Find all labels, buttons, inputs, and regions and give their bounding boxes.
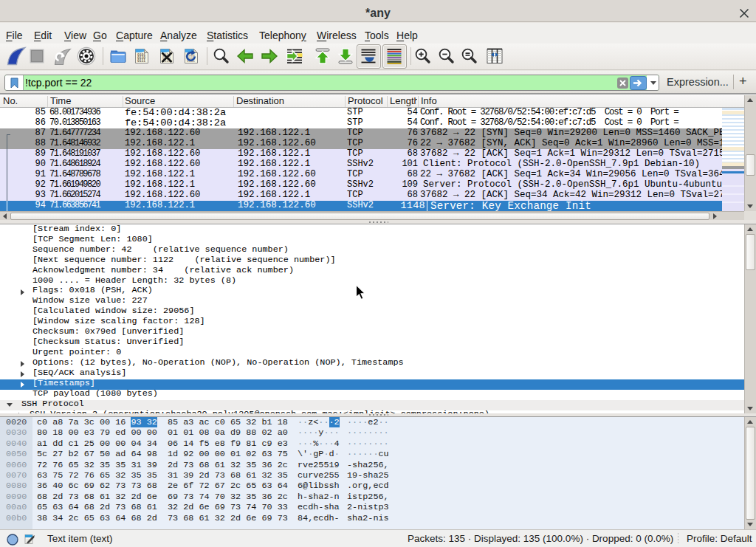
svg-text:0111: 0111: [137, 59, 145, 63]
